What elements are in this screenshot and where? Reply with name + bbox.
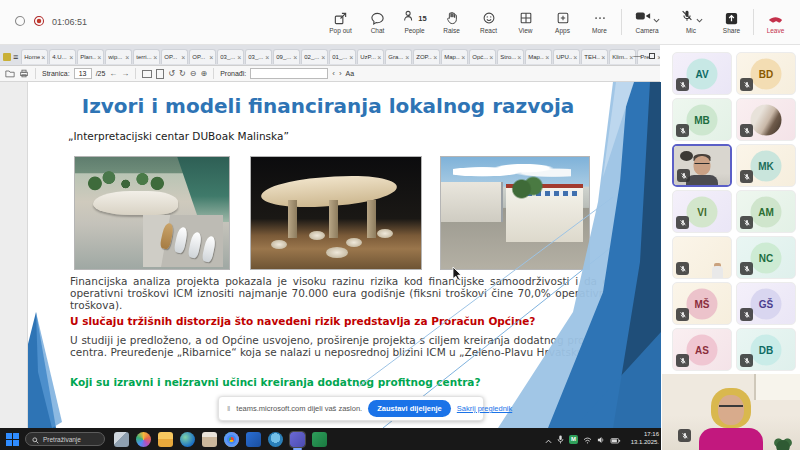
taskbar-clock[interactable]: 17:16 13.1.2025. — [623, 430, 659, 446]
people-button[interactable]: 15 People — [396, 10, 433, 34]
taskbar-search[interactable]: Pretraživanje — [25, 432, 105, 446]
pause-share-icon[interactable]: ‖ — [227, 404, 230, 413]
browser-tab[interactable]: Plan...× — [77, 49, 104, 64]
browser-tab[interactable]: 4.U...× — [49, 49, 76, 64]
print-icon[interactable] — [19, 69, 29, 79]
tab-close-icon[interactable]: × — [41, 54, 45, 61]
tab-close-icon[interactable]: × — [349, 54, 353, 61]
tab-close-icon[interactable]: × — [405, 54, 409, 61]
open-file-icon[interactable] — [5, 69, 15, 79]
participant-tile[interactable] — [672, 236, 732, 279]
participant-tile[interactable]: MB — [672, 98, 732, 141]
browser-tab[interactable]: OP...× — [189, 49, 216, 64]
tab-close-icon[interactable]: × — [433, 54, 437, 61]
tray-volume-icon[interactable] — [597, 430, 605, 448]
tray-chevron-icon[interactable] — [545, 430, 552, 448]
tab-close-icon[interactable]: × — [209, 54, 213, 61]
browser-tab[interactable]: terri...× — [133, 49, 160, 64]
participant-tile[interactable]: MK — [736, 144, 796, 187]
tab-close-icon[interactable]: × — [377, 54, 381, 61]
participant-tile[interactable] — [736, 98, 796, 141]
browser-tab[interactable]: UPU...× — [553, 49, 580, 64]
share-button[interactable]: Share — [713, 10, 750, 34]
tab-close-icon[interactable]: × — [265, 54, 269, 61]
match-case-toggle[interactable]: Aa — [346, 70, 355, 77]
store-icon[interactable] — [202, 432, 217, 447]
tab-close-icon[interactable]: × — [293, 54, 297, 61]
tab-close-icon[interactable]: × — [321, 54, 325, 61]
pdf-side-panel[interactable] — [0, 82, 28, 428]
tab-close-icon[interactable]: × — [97, 54, 101, 61]
copilot-icon[interactable] — [136, 432, 151, 447]
outlook-icon[interactable] — [246, 432, 261, 447]
browser-tab[interactable]: 03_...× — [217, 49, 244, 64]
find-input[interactable] — [250, 68, 328, 79]
participant-video-large[interactable] — [662, 374, 800, 450]
browser-tab[interactable]: wip...× — [105, 49, 132, 64]
find-next-icon[interactable]: › — [339, 69, 342, 78]
teams-app-icon[interactable] — [290, 432, 305, 447]
browser-tab[interactable]: Opć...× — [469, 49, 496, 64]
participant-tile[interactable]: AS — [672, 328, 732, 371]
excel-icon[interactable] — [312, 432, 327, 447]
browser-tab[interactable]: OP...× — [161, 49, 188, 64]
browser-tab[interactable]: Home× — [21, 49, 48, 64]
participant-tile[interactable]: DB — [736, 328, 796, 371]
tray-mic-icon[interactable] — [557, 430, 564, 448]
browser-tab[interactable]: UzP...× — [357, 49, 384, 64]
edge-icon[interactable] — [180, 432, 195, 447]
browser-tab[interactable]: Map...× — [441, 49, 468, 64]
rotate-right-icon[interactable]: ↻ — [179, 69, 186, 78]
maps-icon[interactable] — [268, 432, 283, 447]
participant-tile[interactable]: AV — [672, 52, 732, 95]
more-button[interactable]: More — [581, 10, 618, 34]
chat-button[interactable]: Chat — [359, 10, 396, 34]
participant-tile-active-speaker[interactable] — [672, 144, 732, 187]
browser-tab[interactable]: 01_...× — [329, 49, 356, 64]
browser-tab[interactable]: ZOP...× — [413, 49, 440, 64]
tray-wifi-icon[interactable] — [583, 430, 592, 448]
participant-tile[interactable]: NC — [736, 236, 796, 279]
view-button[interactable]: View — [507, 10, 544, 34]
browser-tab[interactable]: 03_...× — [245, 49, 272, 64]
previous-page-icon[interactable]: ← — [109, 69, 117, 78]
participant-tile[interactable]: MŠ — [672, 282, 732, 325]
tab-close-icon[interactable]: × — [545, 54, 549, 61]
participant-tile[interactable]: AM — [736, 190, 796, 233]
popout-button[interactable]: Pop out — [322, 10, 359, 34]
mic-chevron-icon[interactable] — [696, 9, 703, 27]
tray-m365-icon[interactable]: M — [569, 435, 578, 444]
fit-width-icon[interactable] — [142, 70, 152, 78]
leave-button[interactable]: Leave — [757, 10, 794, 34]
browser-tab[interactable]: 09_...× — [273, 49, 300, 64]
next-page-icon[interactable]: → — [121, 69, 129, 78]
tab-close-icon[interactable]: × — [489, 54, 493, 61]
tab-close-icon[interactable]: × — [237, 54, 241, 61]
minimize-button[interactable]: — — [633, 51, 641, 60]
file-explorer-icon[interactable] — [158, 432, 173, 447]
browser-tab[interactable]: TEH...× — [581, 49, 608, 64]
camera-chevron-icon[interactable] — [653, 9, 660, 27]
tab-close-icon[interactable]: × — [517, 54, 521, 61]
tab-close-icon[interactable]: × — [153, 54, 157, 61]
browser-tab[interactable]: Stro...× — [497, 49, 524, 64]
zoom-in-icon[interactable]: ⊕ — [200, 69, 207, 78]
tab-close-icon[interactable]: × — [181, 54, 185, 61]
participant-tile[interactable]: BD — [736, 52, 796, 95]
fit-page-icon[interactable] — [156, 69, 164, 79]
tab-close-icon[interactable]: × — [601, 54, 605, 61]
browser-tab[interactable]: Klim...× — [609, 49, 636, 64]
tray-battery-icon[interactable] — [610, 430, 621, 448]
tab-close-icon[interactable]: × — [573, 54, 577, 61]
apps-button[interactable]: Apps — [544, 10, 581, 34]
find-previous-icon[interactable]: ‹ — [332, 69, 335, 78]
page-number-input[interactable] — [74, 68, 92, 79]
browser-tab[interactable]: Map...× — [525, 49, 552, 64]
zoom-out-icon[interactable]: ⊖ — [190, 69, 197, 78]
task-view-icon[interactable] — [114, 432, 129, 447]
start-button[interactable] — [6, 433, 19, 446]
maximize-button[interactable] — [649, 53, 655, 59]
mic-button[interactable]: Mic — [669, 10, 713, 34]
browser-tab[interactable]: 02_...× — [301, 49, 328, 64]
tab-close-icon[interactable]: × — [461, 54, 465, 61]
